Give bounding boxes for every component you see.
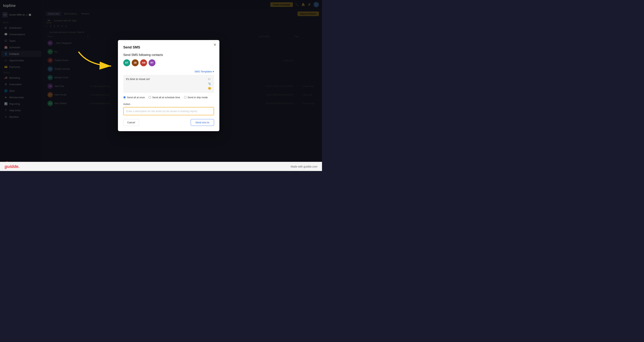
message-icon-group: 🏷 📎 😊 [208, 78, 211, 90]
guidde-tagline: Made with guidde.com [290, 165, 318, 168]
attach-icon[interactable]: 📎 [208, 82, 211, 86]
modal-footer: Cancel Send sms to [123, 119, 214, 126]
action-input[interactable] [123, 107, 214, 115]
send-all-at-once-label: Send all at once [127, 96, 145, 99]
contact-avatar-rt: RT [148, 59, 156, 66]
send-drip-radio[interactable] [184, 96, 186, 98]
tag-icon[interactable]: 🏷 [208, 78, 211, 81]
sms-templates-label: SMS Templates [194, 70, 212, 73]
guidde-footer: guidde. Made with guidde.com [0, 162, 322, 171]
send-options-group: Send all at once Send all at schedule ti… [123, 96, 214, 99]
action-section: Action [123, 103, 214, 115]
chevron-down-icon: ▾ [213, 70, 214, 73]
send-sms-button[interactable]: Send sms to [191, 119, 214, 126]
sms-templates-btn[interactable]: SMS Templates ▾ [194, 70, 214, 73]
cancel-button[interactable]: Cancel [123, 119, 139, 126]
send-all-at-once-radio[interactable] [123, 96, 126, 98]
message-area[interactable]: It's time to move on! 🏷 📎 😊 [123, 75, 214, 93]
send-at-schedule-option[interactable]: Send all at schedule time [148, 96, 180, 99]
send-sms-modal: ✕ Send SMS Send SMS following contacts D… [118, 40, 220, 131]
message-text: It's time to move on! [126, 78, 208, 90]
contact-avatar-am: AM [140, 59, 147, 66]
modal-subtitle: Send SMS following contacts [123, 53, 214, 57]
send-all-at-once-option[interactable]: Send all at once [123, 96, 145, 99]
send-drip-label: Send in drip mode [188, 96, 208, 99]
send-at-schedule-label: Send all at schedule time [152, 96, 180, 99]
send-at-schedule-radio[interactable] [148, 96, 151, 98]
contact-avatar-dt: DT [123, 59, 130, 66]
action-label: Action [123, 103, 214, 106]
send-drip-option[interactable]: Send in drip mode [184, 96, 208, 99]
contact-avatars-group: DT JB AM RT [123, 59, 214, 66]
contact-avatar-jb: JB [132, 59, 138, 66]
guidde-logo-area: guidde. [4, 164, 20, 169]
guidde-logo-text: guidde. [4, 164, 20, 169]
sms-templates-row: SMS Templates ▾ [123, 70, 214, 73]
emoji-icon[interactable]: 😊 [208, 87, 211, 90]
modal-overlay[interactable]: ✕ Send SMS Send SMS following contacts D… [0, 0, 322, 171]
modal-title: Send SMS [123, 46, 214, 50]
modal-close-btn[interactable]: ✕ [214, 43, 216, 46]
